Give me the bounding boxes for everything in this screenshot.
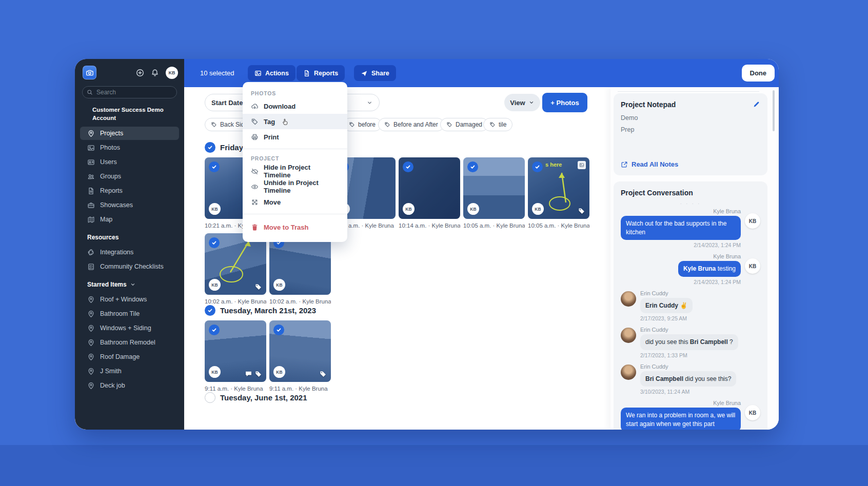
sidebar-item-label: Users [100, 158, 117, 166]
chat-avatar-photo [621, 364, 636, 380]
menu-item-label: Tag [264, 118, 275, 126]
menu-item-hide-in-project-timeline[interactable]: Hide in Project Timeline [243, 164, 347, 179]
sidebar-item-label: Roof Damage [100, 353, 140, 360]
panel-scrollbar[interactable] [773, 90, 775, 131]
pin-icon [87, 353, 95, 361]
tag-filter-tile[interactable]: tile [483, 118, 512, 131]
photo-thumbnail[interactable]: KB [205, 320, 266, 382]
photo-thumbnail[interactable]: s hereKB [528, 157, 589, 219]
menu-item-print[interactable]: Print [243, 129, 347, 145]
read-all-notes-label: Read All Notes [632, 160, 678, 168]
user-avatar[interactable]: KB [166, 67, 178, 79]
photo-selected-checkbox[interactable] [532, 161, 543, 172]
sidebar-item-projects[interactable]: Projects [80, 127, 179, 140]
sidebar-item-groups[interactable]: Groups [80, 170, 179, 183]
starred-item-roof-damage[interactable]: Roof Damage [80, 350, 179, 363]
actions-button[interactable]: Actions [248, 65, 295, 81]
starred-item-roof-windows[interactable]: Roof + Windows [80, 293, 179, 306]
check-icon [469, 164, 476, 170]
cloud-download-icon [251, 103, 259, 110]
sidebar-item-label: Bathroom Remodel [100, 339, 155, 346]
menu-item-tag[interactable]: Tag [243, 114, 347, 129]
starred-section-label[interactable]: Starred Items [75, 281, 184, 288]
photo-selected-checkbox[interactable] [273, 325, 284, 335]
photo-selected-checkbox[interactable] [467, 161, 478, 172]
check-icon [211, 164, 218, 170]
reports-button[interactable]: Reports [297, 65, 345, 81]
menu-item-unhide-in-project-timeline[interactable]: Unhide in Project Timeline [243, 179, 347, 194]
photo-thumbnail[interactable]: KB [463, 157, 525, 219]
conversation-title: Project Conversation [621, 189, 760, 197]
section-checkbox-checked[interactable] [205, 305, 215, 316]
photo-badges [578, 207, 585, 215]
photo-selected-checkbox[interactable] [209, 161, 220, 172]
tag-filter-label: tile [499, 121, 506, 128]
app-logo[interactable] [83, 66, 96, 79]
conversation-date-divider: · · · · [621, 201, 760, 206]
starred-item-windows-siding[interactable]: Windows + Siding [80, 321, 179, 335]
read-all-notes-link[interactable]: Read All Notes [621, 160, 760, 168]
chat-timestamp: 3/10/2023, 11:24 AM [640, 389, 760, 395]
tag-icon [349, 121, 355, 128]
comment-icon [245, 370, 252, 378]
panel-divider [618, 91, 759, 92]
sidebar-item-integrations[interactable]: Integrations [80, 246, 179, 259]
sidebar-item-label: Windows + Siding [100, 325, 151, 332]
sidebar-item-reports[interactable]: Reports [80, 184, 179, 197]
starred-item-bathroom-tile[interactable]: Bathroom Tile [80, 307, 179, 320]
section-checkbox-checked[interactable] [205, 142, 215, 153]
pin-icon [87, 368, 95, 375]
desktop-background: 10 selected Actions Reports Share Done [0, 0, 868, 486]
photo-timestamp: 10:02 a.m. · Kyle Bruna [269, 298, 331, 305]
start-date-label: Start Date [211, 99, 243, 107]
check-icon [207, 307, 213, 314]
done-button[interactable]: Done [742, 65, 775, 82]
photo-thumbnail[interactable]: KB [399, 157, 460, 219]
chat-avatar-initials: KB [745, 405, 760, 420]
bell-icon[interactable] [151, 69, 159, 77]
check-icon [211, 239, 218, 246]
sidebar-item-map[interactable]: Map [80, 213, 179, 226]
plus-circle-icon[interactable] [136, 69, 144, 77]
search-input[interactable] [82, 86, 177, 98]
pencil-icon[interactable] [753, 100, 760, 108]
view-button[interactable]: View [504, 94, 540, 111]
sidebar-item-users[interactable]: Users [80, 155, 179, 169]
photo-selected-checkbox[interactable] [209, 237, 220, 248]
photo-corner-icon [578, 161, 586, 169]
photo-thumbnail[interactable]: KB [269, 320, 331, 382]
photo-author-avatar: KB [209, 366, 221, 378]
sidebar-header: KB [75, 59, 184, 79]
photo-thumbnail[interactable]: KB [269, 233, 331, 295]
tag-filter-before-and-after[interactable]: Before and After [378, 118, 444, 131]
starred-item-deck-job[interactable]: Deck job [80, 379, 179, 392]
photo-thumbnail[interactable]: KB [205, 233, 266, 295]
menu-item-move[interactable]: Move [243, 194, 347, 210]
tag-icon [384, 121, 390, 128]
actions-button-label: Actions [265, 70, 289, 77]
photo-selected-checkbox[interactable] [209, 325, 220, 335]
menu-item-move-to-trash[interactable]: Move to Trash [243, 218, 347, 236]
tag-filter-label: Before and After [393, 121, 438, 128]
section-checkbox[interactable] [205, 392, 215, 403]
notepad-line: Demo [621, 114, 760, 121]
add-photos-button[interactable]: + Photos [542, 93, 587, 112]
share-button[interactable]: Share [354, 65, 396, 81]
chat-author-name: Kyle Bruna [621, 208, 741, 214]
photo-selected-checkbox[interactable] [403, 161, 413, 172]
photo-timestamp: 10:14 a.m. · Kyle Bruna [399, 222, 460, 229]
sidebar-item-community-checklists[interactable]: Community Checklists [80, 260, 179, 273]
sidebar-item-showcases[interactable]: Showcases [80, 198, 179, 212]
view-button-label: View [510, 99, 525, 107]
sidebar-item-label: Showcases [100, 201, 133, 209]
photo-badges [254, 283, 262, 291]
tag-badge-icon [254, 283, 262, 291]
starred-item-bathroom-remodel[interactable]: Bathroom Remodel [80, 336, 179, 349]
menu-item-download[interactable]: Download [243, 98, 347, 114]
chevron-down-icon [366, 99, 373, 106]
tag-filter-before[interactable]: before [343, 118, 382, 131]
chat-avatar-photo [621, 291, 636, 307]
starred-item-j-smith[interactable]: J Smith [80, 364, 179, 378]
tag-filter-damaged[interactable]: Damaged [440, 118, 488, 131]
sidebar-item-photos[interactable]: Photos [80, 141, 179, 154]
